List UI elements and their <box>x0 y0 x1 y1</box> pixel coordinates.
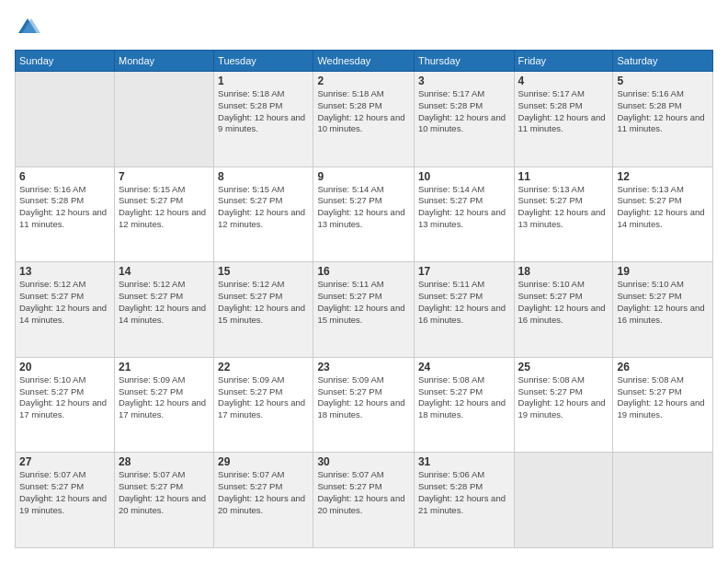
day-info: Sunrise: 5:11 AM Sunset: 5:27 PM Dayligh… <box>418 279 510 326</box>
day-number: 31 <box>418 455 510 468</box>
day-number: 13 <box>19 265 110 278</box>
day-number: 8 <box>218 170 309 183</box>
day-info: Sunrise: 5:12 AM Sunset: 5:27 PM Dayligh… <box>119 279 210 326</box>
day-info: Sunrise: 5:16 AM Sunset: 5:28 PM Dayligh… <box>19 184 110 231</box>
day-info: Sunrise: 5:07 AM Sunset: 5:27 PM Dayligh… <box>119 469 210 516</box>
day-number: 19 <box>617 265 709 278</box>
weekday-header: Friday <box>514 51 613 72</box>
day-info: Sunrise: 5:09 AM Sunset: 5:27 PM Dayligh… <box>317 374 410 421</box>
day-info: Sunrise: 5:18 AM Sunset: 5:28 PM Dayligh… <box>317 88 410 135</box>
day-number: 2 <box>317 75 410 87</box>
calendar-cell <box>16 72 115 167</box>
day-number: 5 <box>617 75 709 87</box>
day-info: Sunrise: 5:16 AM Sunset: 5:28 PM Dayligh… <box>617 88 709 135</box>
day-number: 11 <box>518 170 609 183</box>
day-info: Sunrise: 5:17 AM Sunset: 5:28 PM Dayligh… <box>518 88 609 135</box>
day-number: 1 <box>218 75 309 87</box>
day-number: 25 <box>518 361 609 373</box>
calendar-cell: 29Sunrise: 5:07 AM Sunset: 5:27 PM Dayli… <box>214 453 313 548</box>
day-number: 16 <box>317 265 410 278</box>
weekday-header: Monday <box>114 51 213 72</box>
calendar-cell: 24Sunrise: 5:08 AM Sunset: 5:27 PM Dayli… <box>414 357 514 453</box>
calendar-cell: 1Sunrise: 5:18 AM Sunset: 5:28 PM Daylig… <box>214 72 313 167</box>
calendar-cell: 15Sunrise: 5:12 AM Sunset: 5:27 PM Dayli… <box>214 262 313 358</box>
day-info: Sunrise: 5:09 AM Sunset: 5:27 PM Dayligh… <box>119 374 210 421</box>
calendar-cell: 20Sunrise: 5:10 AM Sunset: 5:27 PM Dayli… <box>16 357 115 453</box>
calendar-cell: 5Sunrise: 5:16 AM Sunset: 5:28 PM Daylig… <box>613 72 713 167</box>
calendar-cell: 4Sunrise: 5:17 AM Sunset: 5:28 PM Daylig… <box>514 72 613 167</box>
day-number: 20 <box>19 361 110 373</box>
day-number: 15 <box>218 265 309 278</box>
weekday-header: Sunday <box>16 51 115 72</box>
day-info: Sunrise: 5:12 AM Sunset: 5:27 PM Dayligh… <box>19 279 110 326</box>
header <box>15 15 713 40</box>
calendar-cell: 13Sunrise: 5:12 AM Sunset: 5:27 PM Dayli… <box>16 262 115 358</box>
day-number: 24 <box>418 361 510 373</box>
day-info: Sunrise: 5:09 AM Sunset: 5:27 PM Dayligh… <box>218 374 309 421</box>
calendar-cell <box>114 72 213 167</box>
day-number: 18 <box>518 265 609 278</box>
day-info: Sunrise: 5:06 AM Sunset: 5:28 PM Dayligh… <box>418 469 510 516</box>
day-info: Sunrise: 5:10 AM Sunset: 5:27 PM Dayligh… <box>617 279 709 326</box>
calendar-table: SundayMondayTuesdayWednesdayThursdayFrid… <box>15 50 713 548</box>
day-number: 10 <box>418 170 510 183</box>
calendar-cell: 21Sunrise: 5:09 AM Sunset: 5:27 PM Dayli… <box>114 357 213 453</box>
calendar-cell: 22Sunrise: 5:09 AM Sunset: 5:27 PM Dayli… <box>214 357 313 453</box>
calendar-cell: 9Sunrise: 5:14 AM Sunset: 5:27 PM Daylig… <box>313 167 415 262</box>
day-number: 4 <box>518 75 609 87</box>
calendar-week-row: 27Sunrise: 5:07 AM Sunset: 5:27 PM Dayli… <box>16 453 713 548</box>
calendar-cell: 26Sunrise: 5:08 AM Sunset: 5:27 PM Dayli… <box>613 357 713 453</box>
day-number: 22 <box>218 361 309 373</box>
day-number: 21 <box>119 361 210 373</box>
day-number: 17 <box>418 265 510 278</box>
logo <box>15 15 44 40</box>
calendar-cell: 12Sunrise: 5:13 AM Sunset: 5:27 PM Dayli… <box>613 167 713 262</box>
day-info: Sunrise: 5:07 AM Sunset: 5:27 PM Dayligh… <box>317 469 410 516</box>
calendar-cell: 28Sunrise: 5:07 AM Sunset: 5:27 PM Dayli… <box>114 453 213 548</box>
calendar-cell: 3Sunrise: 5:17 AM Sunset: 5:28 PM Daylig… <box>414 72 514 167</box>
day-info: Sunrise: 5:10 AM Sunset: 5:27 PM Dayligh… <box>19 374 110 421</box>
day-info: Sunrise: 5:13 AM Sunset: 5:27 PM Dayligh… <box>617 184 709 231</box>
day-info: Sunrise: 5:15 AM Sunset: 5:27 PM Dayligh… <box>119 184 210 231</box>
day-info: Sunrise: 5:17 AM Sunset: 5:28 PM Dayligh… <box>418 88 510 135</box>
day-info: Sunrise: 5:08 AM Sunset: 5:27 PM Dayligh… <box>617 374 709 421</box>
calendar-cell: 2Sunrise: 5:18 AM Sunset: 5:28 PM Daylig… <box>313 72 415 167</box>
day-number: 6 <box>19 170 110 183</box>
page: SundayMondayTuesdayWednesdayThursdayFrid… <box>0 0 728 563</box>
day-number: 7 <box>119 170 210 183</box>
day-number: 9 <box>317 170 410 183</box>
calendar-cell: 27Sunrise: 5:07 AM Sunset: 5:27 PM Dayli… <box>16 453 115 548</box>
day-number: 29 <box>218 455 309 468</box>
calendar-cell: 11Sunrise: 5:13 AM Sunset: 5:27 PM Dayli… <box>514 167 613 262</box>
weekday-header: Saturday <box>613 51 713 72</box>
calendar-week-row: 20Sunrise: 5:10 AM Sunset: 5:27 PM Dayli… <box>16 357 713 453</box>
weekday-header-row: SundayMondayTuesdayWednesdayThursdayFrid… <box>16 51 713 72</box>
calendar-cell: 14Sunrise: 5:12 AM Sunset: 5:27 PM Dayli… <box>114 262 213 358</box>
calendar-cell: 30Sunrise: 5:07 AM Sunset: 5:27 PM Dayli… <box>313 453 415 548</box>
day-info: Sunrise: 5:14 AM Sunset: 5:27 PM Dayligh… <box>418 184 510 231</box>
weekday-header: Thursday <box>414 51 514 72</box>
weekday-header: Wednesday <box>313 51 415 72</box>
logo-icon <box>15 15 40 40</box>
calendar-cell: 19Sunrise: 5:10 AM Sunset: 5:27 PM Dayli… <box>613 262 713 358</box>
day-info: Sunrise: 5:18 AM Sunset: 5:28 PM Dayligh… <box>218 88 309 135</box>
calendar-cell <box>613 453 713 548</box>
calendar-week-row: 13Sunrise: 5:12 AM Sunset: 5:27 PM Dayli… <box>16 262 713 358</box>
weekday-header: Tuesday <box>214 51 313 72</box>
day-info: Sunrise: 5:14 AM Sunset: 5:27 PM Dayligh… <box>317 184 410 231</box>
day-number: 12 <box>617 170 709 183</box>
day-number: 3 <box>418 75 510 87</box>
calendar-cell <box>514 453 613 548</box>
calendar-week-row: 1Sunrise: 5:18 AM Sunset: 5:28 PM Daylig… <box>16 72 713 167</box>
day-info: Sunrise: 5:07 AM Sunset: 5:27 PM Dayligh… <box>218 469 309 516</box>
calendar-cell: 23Sunrise: 5:09 AM Sunset: 5:27 PM Dayli… <box>313 357 415 453</box>
calendar-cell: 17Sunrise: 5:11 AM Sunset: 5:27 PM Dayli… <box>414 262 514 358</box>
calendar-cell: 16Sunrise: 5:11 AM Sunset: 5:27 PM Dayli… <box>313 262 415 358</box>
calendar-cell: 8Sunrise: 5:15 AM Sunset: 5:27 PM Daylig… <box>214 167 313 262</box>
day-number: 26 <box>617 361 709 373</box>
day-number: 30 <box>317 455 410 468</box>
day-info: Sunrise: 5:08 AM Sunset: 5:27 PM Dayligh… <box>518 374 609 421</box>
day-number: 28 <box>119 455 210 468</box>
calendar-cell: 10Sunrise: 5:14 AM Sunset: 5:27 PM Dayli… <box>414 167 514 262</box>
day-number: 23 <box>317 361 410 373</box>
